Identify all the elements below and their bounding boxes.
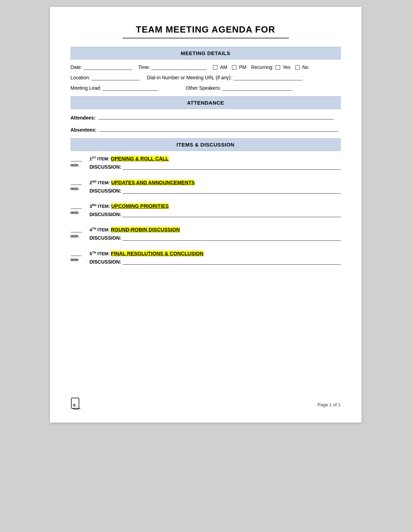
item-2-discussion-label: DISCUSSION: [90,188,122,194]
item-5-number: 5TH ITEM: [90,251,111,256]
meeting-lead-label: Meeting Lead: [71,85,101,91]
item-1-discussion-line[interactable] [123,164,340,170]
item-2-content: 2ND ITEM: UPDATES AND ANNOUNCEMENTS DISC… [90,179,341,193]
item-3-discussion-row: DISCUSSION: [90,212,341,217]
item-5-title: 5TH ITEM: FINAL RESOLUTIONS & CONCLUSION [90,250,341,256]
item-5-discussion-label: DISCUSSION: [90,259,122,265]
location-field[interactable] [91,75,140,80]
item-4-min-line [71,228,82,232]
item-3-title: 3RD ITEM: UPCOMING PRIORITIES [90,203,341,209]
meeting-details-header: MEETING DETAILS [71,47,341,60]
document-page: TEAM MEETING AGENDA FOR MEETING DETAILS … [50,7,361,423]
item-1-discussion-row: DISCUSSION: [90,164,341,170]
item-5-min-line [71,251,82,256]
recurring-label: Recurring: [251,64,274,70]
item-2-discussion-row: DISCUSSION: [90,188,341,194]
item-4-title: 4TH ITEM: ROUND-ROBIN DISCUSSION [90,227,341,232]
item-2-title: 2ND ITEM: UPDATES AND ANNOUNCEMENTS [90,179,341,185]
item-1-highlighted: OPENING & ROLL CALL [111,156,169,161]
items-discussion-section: ITEMS & DISCUSSION min 1ST ITEM: OPENING… [71,138,341,265]
item-5-time: min [71,250,90,262]
agenda-item-2: min 2ND ITEM: UPDATES AND ANNOUNCEMENTS … [71,179,341,193]
item-1-number: 1ST ITEM: [90,156,111,161]
other-speakers-field[interactable] [222,85,292,91]
item-5-min-label: min [71,257,79,262]
items-discussion-header: ITEMS & DISCUSSION [71,138,341,151]
title-underline [123,38,289,38]
item-4-content: 4TH ITEM: ROUND-ROBIN DISCUSSION DISCUSS… [90,227,341,241]
item-1-min-line [71,157,82,161]
item-4-discussion-line[interactable] [123,235,340,241]
item-3-min-line [71,204,82,209]
item-1-content: 1ST ITEM: OPENING & ROLL CALL DISCUSSION… [90,156,341,170]
no-checkbox[interactable] [295,65,300,70]
yes-checkbox-group: Yes [276,64,291,70]
location-row: Location: Dial-in Number or Meeting URL … [71,75,341,80]
absentees-field[interactable] [99,126,338,132]
attendees-field[interactable] [98,114,334,119]
document-title: TEAM MEETING AGENDA FOR [71,24,341,35]
svg-text:e: e [73,402,76,408]
agenda-item-5: min 5TH ITEM: FINAL RESOLUTIONS & CONCLU… [71,250,341,264]
item-4-min-label: min [71,233,79,239]
item-4-discussion-label: DISCUSSION: [90,235,122,241]
item-3-min-label: min [71,210,79,215]
agenda-item-1: min 1ST ITEM: OPENING & ROLL CALL DISCUS… [71,156,341,170]
item-1-title: 1ST ITEM: OPENING & ROLL CALL [90,156,341,161]
absentees-row: Absentees: [71,126,341,133]
attendance-section: ATTENDANCE Attendees: Absentees: [71,96,341,133]
am-checkbox[interactable] [213,65,217,70]
yes-label: Yes [283,64,291,70]
item-5-discussion-line[interactable] [123,259,340,265]
agenda-item-3: min 3RD ITEM: UPCOMING PRIORITIES DISCUS… [71,203,341,217]
item-1-time: min [71,156,90,168]
agenda-item-4: min 4TH ITEM: ROUND-ROBIN DISCUSSION DIS… [71,227,341,241]
date-time-row: Date: Time: AM PM Recurring: Yes No [71,64,341,70]
pm-label: PM [239,64,246,70]
item-3-number: 3RD ITEM: [90,204,111,209]
pm-checkbox-group: PM [232,64,246,70]
item-5-content: 5TH ITEM: FINAL RESOLUTIONS & CONCLUSION… [90,250,341,264]
no-checkbox-group: No [295,64,309,70]
date-field[interactable] [83,64,132,70]
dialin-field[interactable] [233,75,303,80]
yes-checkbox[interactable] [276,65,280,70]
item-5-highlighted: FINAL RESOLUTIONS & CONCLUSION [111,251,203,256]
item-1-discussion-label: DISCUSSION: [90,164,122,170]
other-speakers-label: Other Speakers: [186,85,221,91]
esignature-icon: e [71,397,82,412]
item-2-discussion-line[interactable] [123,188,340,194]
page-number: Page 1 of 1 [318,402,341,407]
page-footer: e Page 1 of 1 [71,397,341,412]
attendance-header: ATTENDANCE [71,96,341,109]
meeting-lead-field[interactable] [102,85,158,91]
item-4-time: min [71,227,90,239]
item-2-highlighted: UPDATES AND ANNOUNCEMENTS [111,180,195,185]
attendees-label: Attendees: [71,115,96,121]
title-section: TEAM MEETING AGENDA FOR [71,24,341,38]
time-label: Time: [138,64,150,70]
date-label: Date: [71,64,82,70]
attendees-row: Attendees: [71,114,341,121]
item-1-min-label: min [71,162,79,168]
item-2-time: min [71,179,90,191]
am-label: AM [220,64,227,70]
am-checkbox-group: AM [213,64,227,70]
item-4-discussion-row: DISCUSSION: [90,235,341,241]
item-2-min-line [71,180,82,185]
item-3-discussion-line[interactable] [123,212,340,217]
item-2-number: 2ND ITEM: [90,180,111,185]
dialin-label: Dial-in Number or Meeting URL (if any): [147,75,232,80]
absentees-label: Absentees: [71,127,97,133]
item-2-min-label: min [71,186,79,191]
lead-speakers-row: Meeting Lead: Other Speakers: [71,85,341,91]
item-5-discussion-row: DISCUSSION: [90,259,341,265]
item-4-highlighted: ROUND-ROBIN DISCUSSION [111,227,180,232]
location-label: Location: [71,75,90,80]
time-field[interactable] [151,64,207,70]
no-label: No [302,64,309,70]
item-3-time: min [71,203,90,215]
pm-checkbox[interactable] [232,65,236,70]
item-4-number: 4TH ITEM: [90,227,111,232]
item-3-discussion-label: DISCUSSION: [90,212,122,217]
